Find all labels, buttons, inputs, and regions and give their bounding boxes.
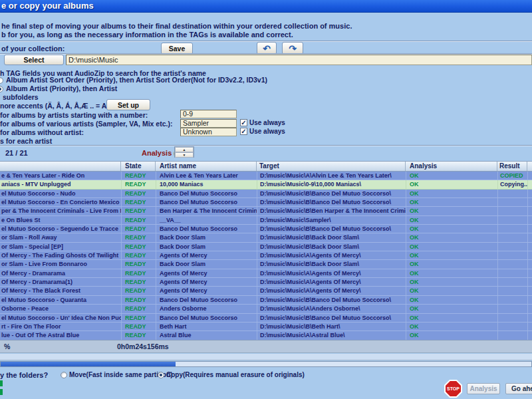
cell-artist: Banco Del Mutuo Soccorso: [156, 314, 257, 322]
analysis-button[interactable]: Analysis: [467, 383, 500, 394]
spinner-down-button[interactable]: ▼: [175, 152, 194, 158]
table-row[interactable]: Osborne - PeaceREADYAnders OsborneD:\mus…: [0, 305, 532, 313]
analysis-button-label: Analysis: [469, 385, 497, 392]
header-analysis[interactable]: Analysis: [406, 162, 497, 171]
cell-extra: [527, 323, 532, 331]
number-folder-input[interactable]: 0-9: [180, 110, 237, 118]
cell-result: [497, 296, 527, 304]
table-header-row: State Artist name Target Analysis Result: [0, 162, 532, 172]
cell-album: Osborne - Peace: [0, 305, 121, 313]
scrollbar-track[interactable]: [0, 354, 532, 360]
cell-result: [497, 323, 527, 331]
sort-order-radio-label[interactable]: Album Artist Sort Order (Priority), then…: [6, 76, 267, 84]
table-row[interactable]: rt - Fire On The FloorREADYBeth HartD:\m…: [0, 323, 532, 331]
table-row[interactable]: lue - Out Of The Astral BlueREADYAstral …: [0, 331, 532, 340]
cell-extra: [527, 172, 532, 180]
header-album[interactable]: [0, 162, 121, 171]
header-target[interactable]: Target: [257, 162, 406, 171]
cell-artist: Alvin Lee & Ten Years Later: [156, 172, 257, 180]
cell-analysis: OK: [406, 233, 497, 241]
table-row[interactable]: or Slam - Special [EP]READYBack Door Sla…: [0, 243, 532, 251]
table-row[interactable]: el Mutuo Soccorso - Seguendo Le TracceRE…: [0, 225, 532, 233]
cell-result: [497, 278, 527, 286]
cell-analysis: OK: [406, 251, 497, 259]
cell-target: D:\music\Music\B\Ben Harper & The Innoce…: [257, 207, 406, 215]
cell-extra: [527, 207, 532, 215]
noartist-folder-input[interactable]: Unknown: [180, 128, 237, 136]
various-folder-label: for albums of various artists (Sampler, …: [0, 120, 172, 128]
cell-analysis: OK: [406, 243, 497, 251]
use-always-noartist-label[interactable]: Use always: [249, 128, 285, 135]
table-row[interactable]: el Mutuo Soccorso - En Concierto Mexico …: [0, 198, 532, 207]
triangle-down-icon: ▼: [183, 153, 186, 157]
cell-target: D:\music\Music\A\Anders Osborne\: [257, 305, 406, 313]
cell-album: or Slam - Special [EP]: [0, 243, 121, 251]
cell-state: READY: [121, 198, 156, 206]
header-result[interactable]: Result: [497, 162, 527, 171]
cell-artist: Agents Of Mercy: [156, 251, 257, 259]
triangle-up-icon: ▲: [183, 148, 186, 152]
cell-target: D:\music\Music\A\Astral Blue\: [257, 331, 406, 339]
table-row[interactable]: e & Ten Years Later - Ride OnREADYAlvin …: [0, 172, 532, 180]
table-row[interactable]: or Slam - Live From BonnarooREADYBack Do…: [0, 260, 532, 269]
curved-arrow-left-icon: ↶: [263, 45, 271, 53]
header-artist[interactable]: Artist name: [156, 162, 257, 171]
check-icon: ✓: [241, 119, 246, 126]
table-row[interactable]: el Mutuo Soccorso - NudoREADYBanco Del M…: [0, 190, 532, 198]
table-row[interactable]: Of Mercy - DramaramaREADYAgents Of Mercy…: [0, 269, 532, 278]
cell-artist: Banco Del Mutuo Soccorso: [156, 225, 257, 233]
cell-extra: [527, 331, 532, 339]
cell-album: e On Blues St: [0, 216, 121, 224]
album-artist-radio[interactable]: [0, 86, 3, 92]
cell-result: [497, 243, 527, 251]
cell-state: READY: [121, 296, 156, 304]
table-row[interactable]: or Slam - Roll AwayREADYBack Door SlamD:…: [0, 233, 532, 242]
table-row[interactable]: Of Mercy - The Fading Ghosts Of Twilight…: [0, 251, 532, 260]
each-artist-label: s for each artist: [0, 137, 52, 145]
cell-target: D:\music\Music\Sampler\: [257, 216, 406, 224]
table-row[interactable]: Of Mercy - The Black ForestREADYAgents O…: [0, 287, 532, 295]
cell-target: D:\music\Music\B\Back Door Slam\: [257, 260, 406, 268]
copy-radio-label[interactable]: Copy(Requires manual erasure of original…: [166, 371, 305, 378]
cell-target: D:\music\Music\A\Agents Of Mercy\: [257, 269, 406, 277]
cell-extra: [527, 180, 532, 188]
album-artist-radio-label[interactable]: Album Artist (Priority), then Artist: [6, 84, 117, 92]
header-state[interactable]: State: [121, 162, 156, 171]
spinner-up-button[interactable]: ▲: [175, 147, 194, 152]
use-always-various-label[interactable]: Use always: [249, 119, 285, 126]
cell-extra: [527, 269, 532, 277]
select-button[interactable]: Select: [4, 55, 64, 65]
sort-order-radio[interactable]: [0, 77, 3, 84]
various-folder-input[interactable]: Sampler: [180, 119, 237, 128]
use-always-various-checkbox[interactable]: ✓: [240, 119, 247, 126]
table-row[interactable]: el Mutuo Soccorso - Un' Idea Che Non Puo…: [0, 314, 532, 323]
progress-fill: [1, 362, 176, 366]
elapsed-time: 0h0m24s156ms: [117, 342, 169, 350]
go-ahead-button[interactable]: Go ahea: [505, 383, 532, 394]
setup-button-label: Set up: [118, 101, 139, 109]
collection-path-input[interactable]: D:\music\Music: [66, 55, 532, 65]
cell-extra: [527, 314, 532, 322]
stop-button[interactable]: STOP: [444, 380, 462, 398]
cell-album: or Slam - Roll Away: [0, 233, 121, 241]
cell-state: READY: [121, 172, 156, 180]
cell-target: D:\music\Music\0-9\10,000 Maniacs\: [257, 180, 406, 188]
move-radio[interactable]: [61, 372, 67, 378]
table-row[interactable]: e On Blues StREADY__VA__D:\music\Music\S…: [0, 216, 532, 225]
cell-analysis: OK: [406, 216, 497, 224]
cell-analysis: OK: [406, 225, 497, 233]
setup-button[interactable]: Set up: [106, 99, 150, 110]
table-row[interactable]: aniacs - MTV UnpluggedREADY10,000 Maniac…: [0, 180, 532, 189]
cell-extra: [527, 278, 532, 286]
table-row[interactable]: el Mutuo Soccorso - QuarantaREADYBanco D…: [0, 296, 532, 305]
cell-result: COPIED: [497, 172, 527, 180]
divider: [0, 145, 532, 146]
cell-album: lue - Out Of The Astral Blue: [0, 331, 121, 339]
use-always-noartist-checkbox[interactable]: ✓: [240, 128, 247, 135]
copy-radio[interactable]: [158, 372, 164, 378]
cut-text-fragment: [0, 389, 3, 395]
cell-artist: 10,000 Maniacs: [156, 180, 257, 188]
table-row[interactable]: per & The Innocent Criminals - Live From…: [0, 207, 532, 215]
table-row[interactable]: Of Mercy - Dramarama(1)READYAgents Of Me…: [0, 278, 532, 287]
select-button-label: Select: [24, 56, 45, 64]
